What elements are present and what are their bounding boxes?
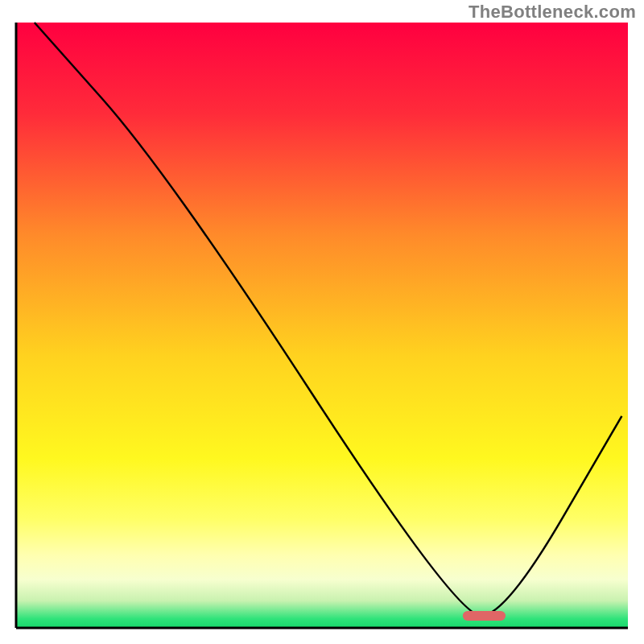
chart-container: TheBottleneck.com — [0, 0, 644, 644]
chart-background — [16, 23, 628, 628]
bottleneck-chart — [0, 0, 644, 644]
watermark-text: TheBottleneck.com — [469, 2, 636, 23]
optimal-range-marker — [463, 611, 506, 621]
